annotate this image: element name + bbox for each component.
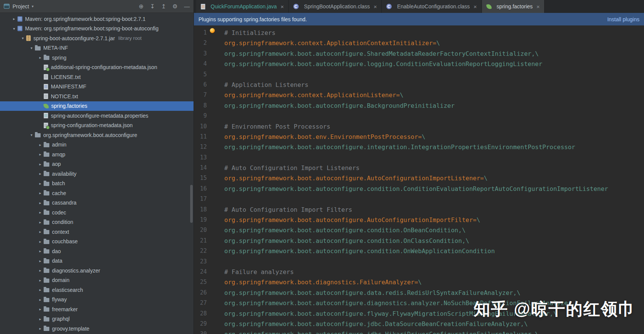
tree-item-amqp[interactable]: ▸amqp <box>0 150 194 159</box>
tree-item-spring[interactable]: ▸spring <box>0 53 194 63</box>
chevron-right-icon[interactable]: ▸ <box>37 162 44 166</box>
code-line-3[interactable]: 3org.springframework.boot.autoconfigure.… <box>194 49 644 59</box>
chevron-right-icon[interactable]: ▸ <box>37 143 44 147</box>
chevron-right-icon[interactable]: ▸ <box>37 326 44 331</box>
tree-item-META-INF[interactable]: ▾META-INF <box>0 43 194 53</box>
tree-item-diagnostics.analyzer[interactable]: ▸diagnostics.analyzer <box>0 266 194 276</box>
tree-item-groovy.template[interactable]: ▸groovy.template <box>0 324 194 334</box>
code-line-30[interactable]: 30org.springframework.boot.autoconfigure… <box>194 329 644 334</box>
code-line-11[interactable]: 11org.springframework.boot.env.Environme… <box>194 132 644 142</box>
code-line-6[interactable]: 6# Application Listeners <box>194 80 644 90</box>
code-line-8[interactable]: 8org.springframework.boot.autoconfigure.… <box>194 101 644 111</box>
code-line-16[interactable]: 16org.springframework.boot.autoconfigure… <box>194 184 644 194</box>
hide-panel-icon[interactable]: — <box>184 3 190 9</box>
settings-gear-icon[interactable]: ⚙ <box>173 3 178 9</box>
tree-item-Maven: org.springframework.boot:spring-boot:2.7.1[interactable]: ▸Maven: org.springframework.boot:spring-… <box>0 14 194 24</box>
chevron-right-icon[interactable]: ▸ <box>37 239 44 244</box>
tree-item-spring.factories[interactable]: spring.factories <box>0 101 194 111</box>
tree-item-data[interactable]: ▸data <box>0 256 194 266</box>
code-line-14[interactable]: 14# Auto Configuration Import Listeners <box>194 163 644 173</box>
tree-item-additional-spring-configuration-metadata.json[interactable]: additional-spring-configuration-metadata… <box>0 63 194 72</box>
chevron-down-icon[interactable]: ▾ <box>19 36 26 40</box>
code-line-18[interactable]: 18# Auto Configuration Import Filters <box>194 205 644 215</box>
chevron-right-icon[interactable]: ▸ <box>37 172 44 176</box>
code-line-7[interactable]: 7org.springframework.context.Application… <box>194 90 644 100</box>
tree-item-availability[interactable]: ▸availability <box>0 169 194 179</box>
tree-item-batch[interactable]: ▸batch <box>0 179 194 189</box>
tree-item-cassandra[interactable]: ▸cassandra <box>0 198 194 208</box>
tree-item-couchbase[interactable]: ▸couchbase <box>0 237 194 247</box>
chevron-right-icon[interactable]: ▸ <box>37 220 44 224</box>
tree-item-condition[interactable]: ▸condition <box>0 217 194 227</box>
code-line-1[interactable]: 1# Initializers <box>194 28 644 38</box>
locate-file-icon[interactable]: ⊕ <box>139 3 144 9</box>
tree-item-domain[interactable]: ▸domain <box>0 276 194 285</box>
tab-QuickForumApplication.java[interactable]: QuickForumApplication.java× <box>196 0 289 13</box>
tree-scrollbar[interactable] <box>190 185 193 223</box>
code-line-15[interactable]: 15org.springframework.boot.autoconfigure… <box>194 173 644 183</box>
tree-item-spring-autoconfigure-metadata.properties[interactable]: spring-autoconfigure-metadata.properties <box>0 111 194 121</box>
chevron-right-icon[interactable]: ▸ <box>37 152 44 156</box>
code-line-5[interactable]: 5 <box>194 69 644 80</box>
tree-item-graphql[interactable]: ▸graphql <box>0 314 194 324</box>
chevron-right-icon[interactable]: ▸ <box>37 317 44 321</box>
chevron-down-icon[interactable]: ▾ <box>28 133 35 137</box>
code-line-25[interactable]: 25org.springframework.boot.diagnostics.F… <box>194 277 644 287</box>
chevron-right-icon[interactable]: ▸ <box>37 230 44 234</box>
chevron-right-icon[interactable]: ▸ <box>37 249 44 253</box>
chevron-right-icon[interactable]: ▸ <box>37 55 44 60</box>
tab-SpringBootApplication.class[interactable]: SpringBootApplication.class× <box>289 0 382 13</box>
tree-item-cache[interactable]: ▸cache <box>0 188 194 198</box>
tree-item-admin[interactable]: ▸admin <box>0 140 194 150</box>
tree-item-elasticsearch[interactable]: ▸elasticsearch <box>0 285 194 295</box>
chevron-down-icon[interactable]: ▾ <box>32 4 34 8</box>
code-line-10[interactable]: 10# Environment Post Processors <box>194 121 644 132</box>
close-icon[interactable]: × <box>537 4 540 9</box>
code-line-12[interactable]: 12org.springframework.boot.autoconfigure… <box>194 142 644 152</box>
install-plugins-link[interactable]: Install plugins <box>607 16 639 22</box>
code-line-24[interactable]: 24# Failure analyzers <box>194 267 644 277</box>
close-icon[interactable]: × <box>374 4 377 9</box>
chevron-right-icon[interactable]: ▸ <box>11 17 17 21</box>
tree-item-LICENSE.txt[interactable]: LICENSE.txt <box>0 72 194 82</box>
collapse-all-icon[interactable]: ↥ <box>161 3 166 9</box>
chevron-down-icon[interactable]: ▾ <box>11 27 17 31</box>
tree-item-NOTICE.txt[interactable]: NOTICE.txt <box>0 91 194 101</box>
chevron-right-icon[interactable]: ▸ <box>37 288 44 292</box>
code-line-20[interactable]: 20org.springframework.boot.autoconfigure… <box>194 225 644 235</box>
chevron-right-icon[interactable]: ▸ <box>37 191 44 195</box>
code-line-9[interactable]: 9 <box>194 111 644 121</box>
tree-item-spring-configuration-metadata.json[interactable]: spring-configuration-metadata.json <box>0 121 194 131</box>
code-line-29[interactable]: 29org.springframework.boot.autoconfigure… <box>194 319 644 329</box>
code-line-13[interactable]: 13 <box>194 153 644 163</box>
code-line-4[interactable]: 4org.springframework.boot.autoconfigure.… <box>194 59 644 69</box>
tree-item-flyway[interactable]: ▸flyway <box>0 295 194 305</box>
scroll-down-icon[interactable]: ↧ <box>150 3 155 9</box>
tree-item-org.springframework.boot.autoconfigure[interactable]: ▾org.springframework.boot.autoconfigure <box>0 130 194 140</box>
code-line-17[interactable]: 17 <box>194 194 644 204</box>
intention-bulb-icon[interactable] <box>210 28 215 33</box>
tab-EnableAutoConfiguration.class[interactable]: EnableAutoConfiguration.class× <box>382 0 482 13</box>
chevron-right-icon[interactable]: ▸ <box>37 201 44 205</box>
tree-item-spring-boot-autoconfigure-2.7.1.jar[interactable]: ▾spring-boot-autoconfigure-2.7.1.jarlibr… <box>0 33 194 43</box>
chevron-right-icon[interactable]: ▸ <box>37 298 44 302</box>
project-panel-title[interactable]: Project <box>13 3 29 9</box>
chevron-down-icon[interactable]: ▾ <box>28 46 35 50</box>
code-line-19[interactable]: 19org.springframework.boot.autoconfigure… <box>194 215 644 225</box>
chevron-right-icon[interactable]: ▸ <box>37 307 44 311</box>
chevron-right-icon[interactable]: ▸ <box>37 259 44 263</box>
tree-item-context[interactable]: ▸context <box>0 227 194 237</box>
close-icon[interactable]: × <box>474 4 477 9</box>
code-line-21[interactable]: 21org.springframework.boot.autoconfigure… <box>194 236 644 246</box>
chevron-right-icon[interactable]: ▸ <box>37 210 44 214</box>
tree-item-MANIFEST.MF[interactable]: MANIFEST.MF <box>0 82 194 92</box>
tree-item-aop[interactable]: ▸aop <box>0 159 194 169</box>
code-line-22[interactable]: 22org.springframework.boot.autoconfigure… <box>194 246 644 256</box>
chevron-right-icon[interactable]: ▸ <box>37 181 44 186</box>
tree-item-Maven: org.springframework.boot:spring-boot-autoconfig[interactable]: ▾Maven: org.springframework.boot:spring-… <box>0 24 194 34</box>
chevron-right-icon[interactable]: ▸ <box>37 278 44 282</box>
chevron-right-icon[interactable]: ▸ <box>37 268 44 273</box>
close-icon[interactable]: × <box>280 4 284 9</box>
tree-item-dao[interactable]: ▸dao <box>0 246 194 256</box>
code-line-23[interactable]: 23 <box>194 257 644 267</box>
